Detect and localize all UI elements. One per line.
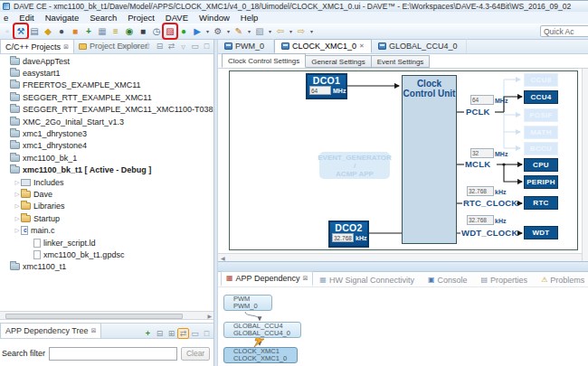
tree-item[interactable]: xmc1100_bk_1 xyxy=(0,152,213,164)
up-icon[interactable]: ⇧ xyxy=(143,42,153,51)
device-icon[interactable]: ■ xyxy=(137,24,149,38)
import-icon[interactable]: ■ xyxy=(69,24,81,38)
partial-icon[interactable]: ▫ xyxy=(1,24,14,38)
dropdown-caret-icon[interactable]: ▾ xyxy=(267,24,273,38)
add-new-app-icon[interactable]: ⚒ xyxy=(14,24,27,38)
run-config-icon[interactable]: ⚙ xyxy=(212,24,224,38)
link-editor-icon[interactable]: ⇄ xyxy=(178,329,188,338)
tree-item[interactable]: xmc1100_t1 xyxy=(0,261,213,273)
expand-arrow-icon[interactable]: ▷ xyxy=(14,215,21,222)
tree-item[interactable]: ▷ Includes xyxy=(0,176,213,188)
menu-item[interactable]: Project xyxy=(128,13,155,23)
tab-hw-signal-connectivity[interactable]: ▦ HW Signal Connectivity xyxy=(315,274,422,286)
clear-button[interactable]: Clear xyxy=(181,347,210,361)
tab-cpp-projects[interactable]: C/C++ Projects ⊠ xyxy=(0,39,74,53)
tab-properties[interactable]: ▤ Properties xyxy=(477,274,536,286)
update-icon[interactable]: ◉ xyxy=(123,24,136,38)
canvas-horizontal-scrollbar[interactable]: ◀ xyxy=(218,253,582,261)
sidebar-horizontal-scrollbar[interactable]: ▶ xyxy=(0,311,213,320)
wdt-clock-frequency-input[interactable] xyxy=(467,215,494,225)
forward-icon[interactable]: ⇨ xyxy=(295,24,308,38)
tree-item[interactable]: ▷ main.c xyxy=(0,224,213,236)
minimize-icon[interactable]: ▭ xyxy=(190,329,200,338)
add-icon[interactable]: + xyxy=(143,329,153,338)
memory-icon[interactable]: ≡ xyxy=(109,24,122,38)
tab-problems[interactable]: ⚠ Problems xyxy=(536,274,588,286)
tab-close-icon[interactable]: ✕ xyxy=(359,42,365,50)
generate-code-icon[interactable]: ▨ xyxy=(164,24,176,38)
forward-icon[interactable]: ⇨ xyxy=(131,42,141,51)
rtc-clock-frequency-input[interactable] xyxy=(467,186,494,196)
tab-close-icon[interactable]: ⊠ xyxy=(90,327,96,334)
coverage-icon[interactable]: ▧ xyxy=(253,24,266,38)
tab-pwm-0[interactable]: PWM_0 xyxy=(218,39,274,53)
tab-console[interactable]: ▣ Console xyxy=(423,274,475,286)
tree-item[interactable]: xmc1_dhrystone4 xyxy=(0,140,213,152)
dropdown-caret-icon[interactable]: ▾ xyxy=(225,24,232,38)
record-icon[interactable]: ● xyxy=(55,24,68,38)
dropdown-caret-icon[interactable]: ▾ xyxy=(308,24,315,38)
pclk-frequency-input[interactable] xyxy=(470,95,494,105)
scrollbar-thumb[interactable] xyxy=(5,314,183,319)
clock-icon[interactable]: ◷ xyxy=(150,24,163,38)
back-icon[interactable]: ⇦ xyxy=(274,24,287,38)
key-icon[interactable]: ◆ xyxy=(42,24,54,38)
menu-item[interactable]: Edit xyxy=(19,13,33,23)
collapse-all-icon[interactable]: ⊟ xyxy=(155,329,165,338)
menu-item[interactable]: Search xyxy=(90,13,117,23)
tab-global-ccu4-0[interactable]: GLOBAL_CCU4_0 xyxy=(372,39,468,53)
tree-item[interactable]: daveAppTest xyxy=(0,55,213,67)
quick-access-box[interactable]: Quick Ac xyxy=(540,25,588,37)
tab-close-icon[interactable]: ⊠ xyxy=(302,275,308,282)
back-icon[interactable]: ⇦ xyxy=(119,42,129,51)
tab-close-icon[interactable]: ⊠ xyxy=(63,43,69,51)
dco2-frequency-input[interactable] xyxy=(332,233,354,242)
tree-item[interactable]: ▷ Dave xyxy=(0,188,213,200)
tree-item[interactable]: xmc1100_bk_t1.gpdsc xyxy=(0,249,213,260)
expand-arrow-icon[interactable]: ▷ xyxy=(14,179,21,186)
tab-general-settings[interactable]: General Settings xyxy=(306,55,372,68)
expand-arrow-icon[interactable]: ▷ xyxy=(14,191,21,198)
tab-app-dependency[interactable]: ▦ APP Dependency ⊠ xyxy=(221,271,313,286)
save-all-icon[interactable]: ▤ xyxy=(28,24,41,38)
dropdown-caret-icon[interactable]: ▾ xyxy=(204,24,211,38)
menu-item[interactable]: Window xyxy=(199,13,230,23)
tab-clock-xmc1-0[interactable]: CLOCK_XMC1_0 ✕ xyxy=(274,39,372,53)
tree-item[interactable]: linker_script.ld xyxy=(0,237,213,249)
link-editor-icon[interactable]: ⇄ xyxy=(166,42,176,51)
scrollbar-left-arrow-icon[interactable]: ◀ xyxy=(221,255,225,261)
tree-item[interactable]: FREERTOS_EXAMPLE_XMC11 xyxy=(0,80,213,91)
tree-item[interactable]: SEGGER_RTT_EXAMPLE_XMC11 xyxy=(0,91,213,103)
search-filter-input[interactable] xyxy=(49,347,177,361)
maximize-icon[interactable]: □ xyxy=(202,329,212,338)
menu-item[interactable]: DAVE xyxy=(166,13,188,23)
node-pwm[interactable]: PWM PWM_0 xyxy=(223,295,272,311)
view-menu-icon[interactable]: ▽ xyxy=(178,43,188,50)
scrollbar-right-arrow-icon[interactable]: ▶ xyxy=(207,313,212,319)
expand-arrow-icon[interactable]: ▷ xyxy=(14,202,21,210)
dropdown-caret-icon[interactable]: ▾ xyxy=(288,24,294,38)
tab-app-dependency-tree[interactable]: APP Dependency Tree ⊠ xyxy=(0,323,101,338)
collapse-all-icon[interactable]: ⊟ xyxy=(155,42,165,51)
menu-item[interactable]: Navigate xyxy=(45,13,80,23)
menu-item[interactable]: e xyxy=(4,13,8,23)
dco1-frequency-input[interactable] xyxy=(309,86,331,95)
minimize-icon[interactable]: ▭ xyxy=(190,42,200,51)
tree-item[interactable]: SEGGER_RTT_EXAMPLE_XMC11_XMC1100-T038x00… xyxy=(0,104,213,116)
debug-icon[interactable]: ▶ xyxy=(191,24,204,38)
tree-item[interactable]: XMC_2Go_Inital_Start_v1.3 xyxy=(0,116,213,127)
annotate-icon[interactable]: ✎ xyxy=(232,24,245,38)
tree-item[interactable]: ▷ Libraries xyxy=(0,201,213,212)
tree-item[interactable]: ▷ Startup xyxy=(0,212,213,224)
tab-event-settings[interactable]: Event Settings xyxy=(372,55,431,68)
maximize-icon[interactable]: □ xyxy=(202,42,212,51)
new-icon[interactable]: + xyxy=(82,24,95,38)
resume-icon[interactable]: ● xyxy=(177,24,190,38)
tree-item[interactable]: xmc1_dhrystone3 xyxy=(0,127,213,139)
tree-item[interactable]: easystart1 xyxy=(0,67,213,79)
open-perspective-icon[interactable]: ▦ xyxy=(96,24,109,38)
node-global-ccu4[interactable]: GLOBAL_CCU4 GLOBAL_CCU4_0 xyxy=(223,322,301,338)
expand-arrow-icon[interactable]: ▷ xyxy=(14,227,21,234)
canvas-vertical-scrollbar[interactable] xyxy=(582,69,588,261)
expand-all-icon[interactable]: ⊞ xyxy=(166,329,176,338)
